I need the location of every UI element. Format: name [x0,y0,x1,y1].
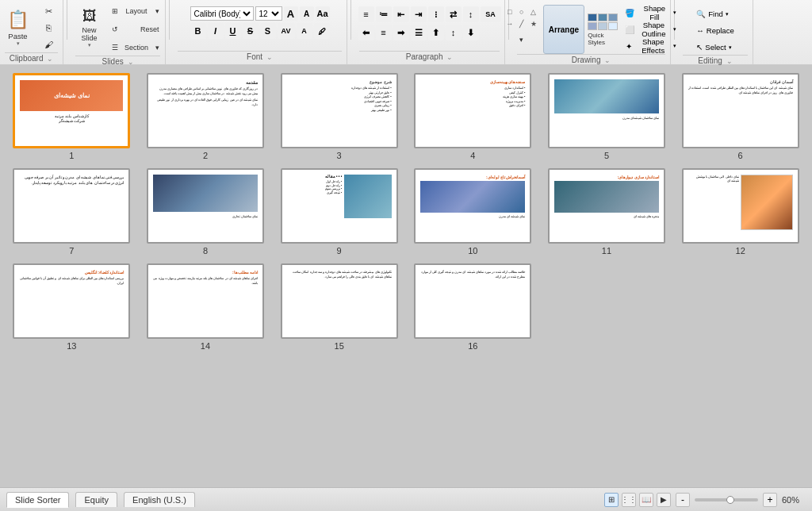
font-grow-button[interactable]: A [284,6,298,21]
copy-button[interactable]: ⎘ [36,20,62,36]
increase-indent-button[interactable]: ⇥ [411,6,427,22]
list-item[interactable]: استاندارد سازی دیوارهای: پنجره های شیشه … [543,168,671,256]
slide-thumb-10[interactable]: آسمانخراش تاج لوله‌ای: نمای شیشه ای مدرن [414,168,531,244]
decrease-indent-button[interactable]: ⇤ [393,6,409,22]
text-direction-button[interactable]: ⇄ [446,6,462,22]
list-item[interactable]: • • • مقاله • راه حل اول• راه حل دوم• بر… [275,168,403,256]
list-item[interactable]: بررسی فنی نماهای شیشه ای مدرن و تاثیر آن… [8,168,136,256]
slide-thumb-4[interactable]: سنجه‌های بهینه‌سازی • استاندارد سازی• کن… [414,73,531,148]
shape-star[interactable]: ★ [528,18,539,29]
shape-fill-button[interactable]: 🪣 Shape Fill ▾ [622,6,680,21]
slide-num-7: 7 [69,246,74,256]
underline-button[interactable]: U [225,23,241,39]
zoom-out-button[interactable]: - [676,493,690,507]
list-item[interactable]: نمای شیشه‌ای کارشناس بلند مرتبه شرکت شیش… [8,73,136,160]
normal-view-icon[interactable]: ⊞ [604,493,619,507]
list-item[interactable]: آسمانخراش تاج لوله‌ای: نمای شیشه ای مدرن… [409,168,537,256]
clipboard-small-btns: ✂ ⎘ 🖌 [36,3,62,52]
shape-arrow[interactable]: → [504,18,515,29]
list-item[interactable]: استاندارد کلضاء: انگلیس بررسی استاندارده… [8,263,136,351]
clear-format-button[interactable]: Aa [316,6,330,21]
editing-btns: 🔍 Find ▾ ↔ Replace ↖ Select ▾ [692,3,737,55]
shadow-button[interactable]: S [260,23,276,39]
slide-thumb-13[interactable]: استاندارد کلضاء: انگلیس بررسی استاندارده… [13,263,130,339]
align-bottom-button[interactable]: ⬇ [463,25,479,40]
select-button[interactable]: ↖ Select ▾ [692,40,737,55]
line-spacing-button[interactable]: ↕ [463,6,479,22]
reading-view-icon[interactable]: 📖 [639,493,653,507]
font-highlight-button[interactable]: 🖊 [314,23,330,39]
align-left-button[interactable]: ⬅ [358,25,374,40]
align-middle-button[interactable]: ↕ [446,25,462,40]
justify-button[interactable]: ☰ [411,25,427,40]
zoom-slider[interactable] [695,498,758,501]
font-size-select[interactable]: 12 [255,6,282,21]
shape-rect[interactable]: □ [504,6,515,17]
layout-button[interactable]: ⊞ Layout ▾ [108,3,163,19]
bold-button[interactable]: B [190,23,206,39]
numbering-button[interactable]: ≔ [376,6,392,22]
font-name-select[interactable]: Calibri (Body) [190,6,254,21]
tab-language[interactable]: English (U.S.) [124,492,195,507]
slide-thumb-2[interactable]: مقدمه در روزگاری که فناوری های نوین ساخت… [147,73,264,148]
cut-button[interactable]: ✂ [36,3,62,19]
tab-slide-sorter[interactable]: Slide Sorter [6,492,69,508]
column-button[interactable]: ⫶ [428,6,444,22]
find-button[interactable]: 🔍 Find ▾ [692,6,737,21]
reset-button[interactable]: ↺ Reset [108,21,163,37]
bullets-button[interactable]: ≡ [358,6,374,22]
quick-styles-button[interactable]: Quick Styles [587,5,619,54]
slide-num-15: 15 [335,341,344,351]
tab-equity[interactable]: Equity [75,492,117,507]
slideshow-view-icon[interactable]: ▶ [657,493,671,507]
slide-sorter-view-icon[interactable]: ⋮⋮ [622,493,636,507]
section-button[interactable]: ☰ Section ▾ [108,40,163,56]
slide-thumb-8[interactable]: نمای ساختمان تجاری [147,168,264,244]
font-color-button[interactable]: A [297,23,312,39]
font-shrink-button[interactable]: A [300,6,314,21]
arrange-button[interactable]: Arrange [543,5,584,54]
slide-thumb-12[interactable]: نمای داخلی لابی ساختمان با پوشش شیشه ای [682,168,799,244]
slide-thumb-7[interactable]: بررسی فنی نماهای شیشه ای مدرن و تاثیر آن… [13,168,130,244]
list-item[interactable]: خلاصه مطالب ارائه شده در مورد نماهای شیش… [409,263,537,351]
list-item[interactable]: نمای ساختمان تجاری 8 [142,168,270,256]
format-painter-button[interactable]: 🖌 [36,36,62,52]
new-slide-button[interactable]: 🖼 New Slide ▾ [73,3,106,52]
shape-oval[interactable]: ○ [516,6,527,17]
align-center-button[interactable]: ≡ [376,25,392,40]
slide-thumb-5[interactable]: نمای ساختمان شیشه‌ای مدرن [548,73,665,148]
slide-thumb-9[interactable]: • • • مقاله • راه حل اول• راه حل دوم• بر… [281,168,398,244]
shape-line[interactable]: ╱ [516,18,527,29]
shape-triangle[interactable]: △ [528,6,539,17]
paragraph-label: Paragraph ⌄ [359,51,500,61]
replace-button[interactable]: ↔ Replace [692,23,737,38]
slide-num-10: 10 [468,246,477,256]
list-item[interactable]: مقدمه در روزگاری که فناوری های نوین ساخت… [142,73,270,160]
shape-effects-button[interactable]: ✦ Shape Effects ▾ [622,39,680,54]
list-item[interactable]: سنجه‌های بهینه‌سازی • استاندارد سازی• کن… [409,73,537,160]
slide-thumb-15[interactable]: تکنولوژی های پیشرفته در ساخت شیشه های دو… [281,263,398,339]
list-item[interactable]: نمای داخلی لابی ساختمان با پوشش شیشه ای … [676,168,804,256]
italic-button[interactable]: I [208,23,224,39]
align-right-button[interactable]: ➡ [393,25,409,40]
list-item[interactable]: ادامه مطلب‌ها: اجرای نماهای شیشه ای در س… [142,263,270,351]
char-spacing-button[interactable]: AV [278,23,295,39]
list-item[interactable]: نمای ساختمان شیشه‌ای مدرن 5 [543,73,671,160]
shapes-more-button[interactable]: ▾ [503,32,541,48]
strikethrough-button[interactable]: S [243,23,259,39]
slide-thumb-6[interactable]: آسمان فرقان نمای شیشه ای این ساختمان با … [682,73,799,148]
list-item[interactable]: تکنولوژی های پیشرفته در ساخت شیشه های دو… [275,263,403,351]
paragraph-controls: ≡ ≔ ⇤ ⇥ ⫶ ⇄ ↕ SA ⬅ ≡ ➡ ☰ ⬆ ↕ ⬇ [358,3,501,51]
convert-smartart-button[interactable]: SA [481,6,501,22]
slide-thumb-11[interactable]: استاندارد سازی دیوارهای: پنجره های شیشه … [548,168,665,244]
slide-thumb-3[interactable]: شرح موضوع • استفاده از شیشه های دوجداره•… [281,73,398,148]
paste-button[interactable]: 📋 Paste ▾ [2,3,35,52]
slide-thumb-16[interactable]: خلاصه مطالب ارائه شده در مورد نماهای شیش… [414,263,531,339]
align-top-button[interactable]: ⬆ [428,25,444,40]
list-item[interactable]: آسمان فرقان نمای شیشه ای این ساختمان با … [676,73,804,160]
list-item[interactable]: شرح موضوع • استفاده از شیشه های دوجداره•… [275,73,403,160]
zoom-in-button[interactable]: + [763,493,777,507]
shape-outline-button[interactable]: ⬜ Shape Outline ▾ [622,22,680,37]
slide-thumb-14[interactable]: ادامه مطلب‌ها: اجرای نماهای شیشه ای در س… [147,263,264,339]
slide-thumb-1[interactable]: نمای شیشه‌ای کارشناس بلند مرتبه شرکت شیش… [13,73,130,148]
